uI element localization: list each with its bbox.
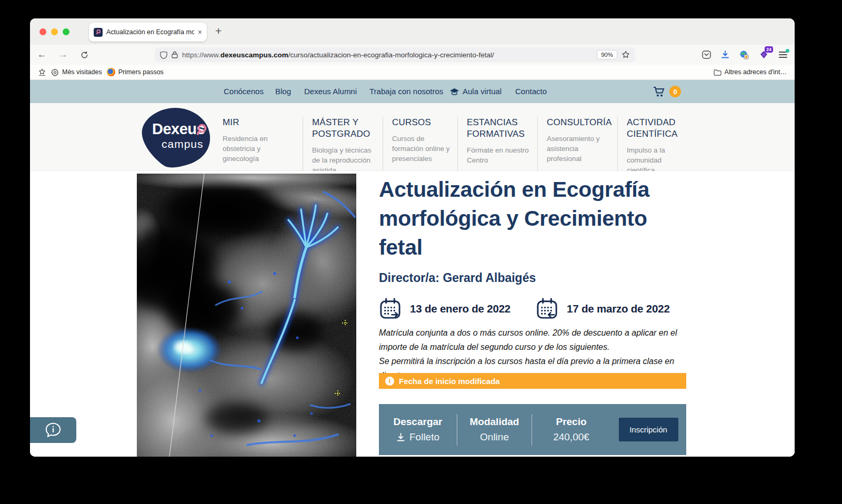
- site-top-nav: Conócenos Blog Dexeus Alumni Trabaja con…: [30, 80, 795, 103]
- menu-notification-dot: [786, 49, 789, 53]
- inscription-button[interactable]: Inscripción: [619, 418, 678, 441]
- extension-badge-icon[interactable]: 24: [759, 50, 769, 59]
- bookmark-first-steps[interactable]: Primers passos: [107, 68, 164, 76]
- nav-item-consultoria[interactable]: CONSULTORÍA Asesoramiento y asistencia p…: [537, 117, 617, 176]
- course-director: Director/a: Gerard Albaigés: [379, 271, 536, 285]
- course-info-bar: Descargar Folleto Modalidad Online: [379, 404, 686, 455]
- pocket-icon[interactable]: [702, 51, 711, 59]
- extension-icon[interactable]: [739, 50, 749, 59]
- bookmark-star-icon[interactable]: [622, 51, 630, 59]
- download-folleto-icon: [396, 433, 405, 442]
- back-icon[interactable]: ←: [37, 49, 46, 60]
- firefox-icon: [107, 68, 115, 76]
- nav-link-trabaja[interactable]: Trabaja con nosotros: [369, 80, 443, 103]
- zoom-window-button[interactable]: [63, 28, 69, 35]
- nav-item-mir[interactable]: MIR Residencia en obstetricia y ginecolo…: [223, 117, 303, 176]
- nav-link-aula-virtual[interactable]: Aula virtual: [449, 80, 502, 103]
- site-header: Dexeus campus MIR Residencia en obstetri…: [30, 103, 795, 171]
- nav-item-estancias[interactable]: ESTANCIAS FORMATIVAS Fórmate en nuestro …: [457, 117, 537, 176]
- graduation-cap-icon: [449, 88, 459, 96]
- web-page: Conócenos Blog Dexeus Alumni Trabaja con…: [30, 80, 795, 457]
- url-text: https://www.dexeuscampus.com/curso/actua…: [182, 51, 494, 59]
- browser-tab[interactable]: Actualización en Ecografía morf ×: [89, 23, 207, 42]
- price-cell: Precio 240,00€: [532, 414, 610, 446]
- chat-bubble-icon: [44, 422, 62, 439]
- svg-text:Dexeus: Dexeus: [152, 120, 205, 137]
- download-icon[interactable]: [721, 51, 729, 59]
- lock-icon[interactable]: [172, 51, 178, 58]
- bookmark-most-visited[interactable]: Més visitades: [51, 68, 102, 76]
- cart-icon[interactable]: [653, 86, 665, 97]
- menu-icon[interactable]: [779, 52, 787, 58]
- bookmark-other-folder[interactable]: Altres adreces d'int…: [714, 68, 787, 76]
- info-icon: i: [385, 377, 394, 386]
- page-zoom-indicator[interactable]: 90%: [597, 50, 617, 59]
- gear-icon: [51, 68, 59, 76]
- nav-item-cursos[interactable]: CURSOS Cursos de formación online y pres…: [383, 117, 457, 176]
- dexeus-favicon-icon: [94, 28, 103, 37]
- address-bar[interactable]: https://www.dexeuscampus.com/curso/actua…: [155, 47, 635, 62]
- tab-title: Actualización en Ecografía morf: [106, 28, 194, 36]
- nav-link-contacto[interactable]: Contacto: [515, 80, 547, 103]
- new-tab-button[interactable]: +: [215, 25, 222, 37]
- nav-link-dexeus-alumni[interactable]: Dexeus Alumni: [304, 80, 357, 103]
- nav-item-master[interactable]: MÁSTER Y POSTGRADO Biología y técnicas d…: [303, 117, 383, 176]
- minimize-window-button[interactable]: [51, 28, 58, 35]
- bookmarks-bar: Més visitades Primers passos Altres adre…: [30, 65, 795, 80]
- end-date: 17 de marzo de 2022: [536, 297, 670, 320]
- page-title: Actualización en Ecografía morfológica y…: [379, 175, 675, 262]
- main-nav: MIR Residencia en obstetricia y ginecolo…: [223, 117, 692, 176]
- alert-banner: i Fecha de inicio modificada: [379, 373, 686, 389]
- chat-widget-tab[interactable]: [30, 417, 76, 443]
- desktop-background: Actualización en Ecografía morf × + ← →: [0, 0, 842, 504]
- calendar-start-icon: [379, 297, 402, 320]
- course-dates: 13 de enero de 2022 17 de marzo de 2022: [379, 297, 687, 322]
- dexeus-campus-logo[interactable]: Dexeus campus: [138, 107, 212, 169]
- calendar-end-icon: [536, 297, 558, 320]
- close-window-button[interactable]: [39, 28, 46, 35]
- alert-text: Fecha de inicio modificada: [399, 377, 500, 386]
- bookmarks-toolbar-icon[interactable]: [38, 68, 46, 76]
- nav-item-actividad[interactable]: ACTIVIDAD CIENTÍFICA Impulso a la comuni…: [617, 117, 692, 176]
- shield-icon[interactable]: [160, 51, 167, 59]
- download-cell[interactable]: Descargar Folleto: [379, 414, 457, 446]
- cart-count-badge[interactable]: 0: [669, 86, 681, 97]
- start-date: 13 de enero de 2022: [379, 297, 510, 320]
- svg-text:campus: campus: [162, 138, 204, 150]
- browser-window: Actualización en Ecografía morf × + ← →: [30, 18, 795, 457]
- nav-link-blog[interactable]: Blog: [275, 80, 291, 103]
- modality-cell: Modalidad Online: [457, 414, 532, 446]
- tab-close-icon[interactable]: ×: [198, 28, 202, 36]
- window-controls: [39, 28, 69, 35]
- reload-icon[interactable]: [81, 51, 88, 59]
- tab-bar: Actualización en Ecografía morf × +: [30, 18, 795, 45]
- nav-link-conocenos[interactable]: Conócenos: [224, 80, 264, 103]
- folder-icon: [714, 69, 721, 76]
- browser-toolbar: ← → https://www.dexeuscampus.com/curso/a…: [30, 45, 795, 65]
- forward-icon[interactable]: →: [59, 49, 68, 60]
- note-discount: Matrícula conjunta a dos o más cursos on…: [379, 326, 687, 354]
- ultrasound-image: [137, 174, 356, 457]
- course-content: Actualización en Ecografía morfológica y…: [30, 171, 795, 457]
